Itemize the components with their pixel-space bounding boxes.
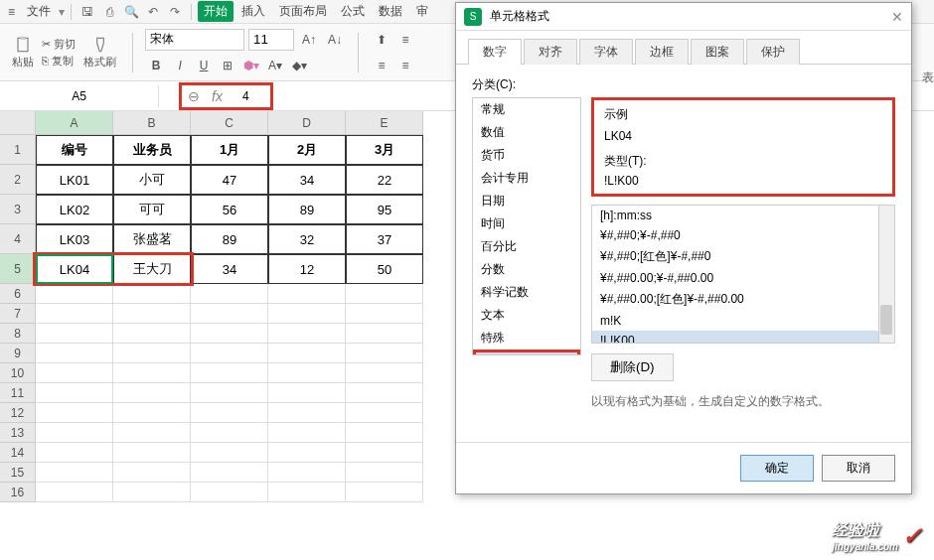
cell[interactable]	[268, 483, 346, 502]
category-item[interactable]: 分数	[473, 258, 580, 281]
cell[interactable]	[36, 324, 113, 344]
row-header[interactable]: 6	[0, 284, 36, 304]
cell[interactable]	[36, 463, 113, 483]
format-item[interactable]: ¥#,##0.00;[红色]¥-#,##0.00	[592, 288, 894, 311]
select-all-corner[interactable]	[0, 111, 36, 135]
font-size-select[interactable]	[248, 29, 294, 51]
cell[interactable]	[346, 383, 423, 403]
format-painter-button[interactable]: 格式刷	[79, 33, 120, 71]
cell[interactable]	[113, 363, 191, 383]
row-header[interactable]: 14	[0, 443, 36, 463]
cell[interactable]: LK02	[36, 195, 113, 224]
cell[interactable]	[268, 324, 346, 344]
row-header[interactable]: 8	[0, 324, 36, 344]
decrease-font-icon[interactable]: A↓	[324, 29, 346, 51]
highlight-button[interactable]: ◆▾	[288, 55, 310, 76]
cell[interactable]	[36, 383, 113, 403]
category-list[interactable]: 常规 数值 货币 会计专用 日期 时间 百分比 分数 科学记数 文本 特殊 自定…	[472, 97, 581, 355]
dialog-titlebar[interactable]: S 单元格格式 ✕	[456, 3, 911, 31]
format-item[interactable]: [h]:mm:ss	[592, 206, 894, 225]
row-header[interactable]: 9	[0, 344, 36, 363]
cell[interactable]	[113, 324, 191, 344]
copy-button[interactable]: ⎘ 复制	[42, 54, 76, 69]
category-item[interactable]: 百分比	[473, 235, 580, 258]
cell[interactable]: 22	[346, 165, 423, 195]
cell[interactable]	[346, 463, 423, 483]
cell[interactable]	[113, 403, 191, 423]
underline-button[interactable]: U	[193, 55, 215, 76]
cell[interactable]: 34	[191, 254, 268, 284]
cell[interactable]	[113, 304, 191, 324]
tab-start[interactable]: 开始	[198, 1, 234, 22]
category-item[interactable]: 会计专用	[473, 167, 580, 190]
cell[interactable]	[346, 363, 423, 383]
cell[interactable]: 89	[268, 195, 346, 224]
format-list[interactable]: [h]:mm:ss ¥#,##0;¥-#,##0 ¥#,##0;[红色]¥-#,…	[591, 205, 895, 344]
cell[interactable]	[268, 304, 346, 324]
row-header[interactable]: 12	[0, 403, 36, 423]
align-top-button[interactable]: ⬆	[371, 29, 392, 51]
category-item[interactable]: 货币	[473, 144, 580, 167]
cell[interactable]: 89	[191, 224, 268, 254]
align-center-button[interactable]: ≡	[394, 55, 416, 76]
zoom-out-icon[interactable]: ⊖	[188, 88, 200, 104]
col-header-d[interactable]: D	[268, 111, 346, 135]
cancel-button[interactable]: 取消	[822, 455, 895, 482]
table-header[interactable]: 业务员	[113, 135, 191, 165]
close-icon[interactable]: ✕	[891, 9, 903, 25]
cell[interactable]: 王大刀	[113, 254, 191, 284]
cell[interactable]	[36, 443, 113, 463]
fill-color-button[interactable]: ⬢▾	[240, 55, 262, 76]
italic-button[interactable]: I	[169, 55, 191, 76]
tab-review[interactable]: 审	[410, 1, 434, 22]
cell[interactable]	[191, 284, 268, 304]
print-icon[interactable]: ⎙	[99, 2, 119, 22]
category-item[interactable]: 特殊	[473, 327, 580, 350]
col-header-a[interactable]: A	[36, 111, 113, 135]
fx-icon[interactable]: fx	[212, 88, 223, 104]
cell[interactable]	[346, 344, 423, 363]
cell[interactable]	[346, 423, 423, 443]
increase-font-icon[interactable]: A↑	[298, 29, 320, 51]
cell[interactable]	[346, 324, 423, 344]
row-header[interactable]: 11	[0, 383, 36, 403]
category-item[interactable]: 日期	[473, 190, 580, 212]
cell[interactable]	[268, 284, 346, 304]
row-header[interactable]: 13	[0, 423, 36, 443]
save-icon[interactable]: 🖫	[78, 2, 97, 22]
scrollbar[interactable]	[878, 206, 894, 343]
tab-border[interactable]: 边框	[635, 39, 689, 65]
cell[interactable]: 37	[346, 224, 423, 254]
cell[interactable]: LK01	[36, 165, 113, 195]
cut-button[interactable]: ✂ 剪切	[42, 37, 76, 52]
format-item[interactable]: ¥#,##0.00;¥-#,##0.00	[592, 268, 894, 288]
cell[interactable]	[346, 403, 423, 423]
tab-pattern[interactable]: 图案	[691, 39, 744, 65]
cell[interactable]	[268, 383, 346, 403]
category-item[interactable]: 科学记数	[473, 281, 580, 304]
cell[interactable]	[346, 304, 423, 324]
row-header[interactable]: 16	[0, 483, 36, 502]
cell[interactable]	[191, 363, 268, 383]
cell[interactable]	[36, 304, 113, 324]
table-header[interactable]: 编号	[36, 135, 113, 165]
cell[interactable]	[113, 483, 191, 502]
align-left-button[interactable]: ≡	[371, 55, 392, 76]
scroll-thumb[interactable]	[880, 305, 892, 335]
cell[interactable]	[191, 324, 268, 344]
bold-button[interactable]: B	[145, 55, 167, 76]
category-item[interactable]: 常规	[473, 98, 580, 121]
cell[interactable]	[36, 284, 113, 304]
cell[interactable]	[113, 383, 191, 403]
row-header[interactable]: 7	[0, 304, 36, 324]
cell[interactable]	[268, 363, 346, 383]
cell[interactable]: LK04	[36, 254, 113, 284]
delete-button[interactable]: 删除(D)	[591, 353, 674, 381]
cell[interactable]	[113, 344, 191, 363]
cell[interactable]	[191, 403, 268, 423]
category-item[interactable]: 文本	[473, 304, 580, 327]
row-header[interactable]: 5	[0, 254, 36, 284]
cell[interactable]: 张盛茗	[113, 224, 191, 254]
row-header[interactable]: 4	[0, 224, 36, 254]
file-menu[interactable]: 文件	[21, 1, 57, 22]
